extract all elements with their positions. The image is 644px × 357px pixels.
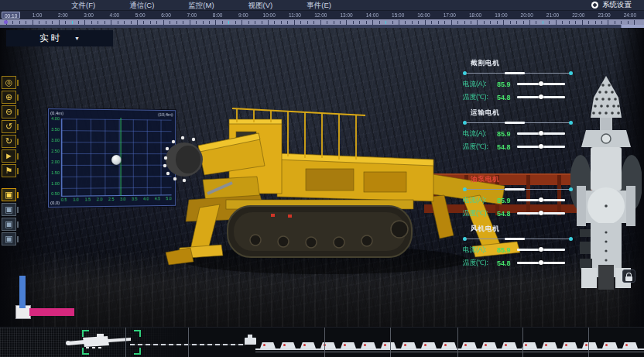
slider-handle-right[interactable] [569, 121, 573, 125]
temperature-label: 温度(℃): [463, 259, 497, 268]
conveyor-support-icon [260, 342, 276, 348]
motor-status-panels: 截割电机 电流(A): 85.9 温度(℃): 54.8 [463, 59, 573, 274]
view-toolbar: ◎⊕⊖↺↻►⚑ ▣▣▣▣ [2, 76, 22, 247]
status-dot [525, 344, 527, 346]
rotate-ccw-icon[interactable]: ↺ [2, 120, 16, 133]
motor-range-slider[interactable] [463, 236, 573, 242]
y-axis-bar [19, 276, 26, 308]
menu-bar: 文件(F)通信(C)监控(M)视图(V)事件(E) 系统设置 [0, 0, 644, 11]
motor-title: 油泵电机 [471, 175, 573, 184]
conveyor-support-icon [381, 342, 396, 348]
timeline-tick [621, 21, 622, 24]
flag-icon[interactable]: ⚑ [2, 164, 16, 177]
lock-view-button[interactable] [622, 269, 635, 283]
current-gauge[interactable] [517, 132, 565, 135]
menu-item[interactable]: 监控(M) [188, 0, 214, 10]
conveyor-support-icon [481, 342, 497, 348]
camera-view-tools: ▣▣▣▣ [2, 188, 22, 245]
timeline-tick [131, 21, 132, 24]
view-cube-front-icon[interactable]: ▣ [2, 188, 16, 201]
timeline-tick [536, 21, 536, 24]
conveyor-support-icon [542, 342, 557, 348]
menu-item[interactable]: 视图(V) [248, 0, 273, 10]
strip-divider [457, 328, 458, 357]
temperature-value: 54.8 [497, 259, 517, 267]
timeline-tick [228, 21, 229, 24]
zoom-out-icon[interactable]: ⊖ [2, 105, 16, 118]
zoom-in-icon[interactable]: ⊕ [2, 91, 16, 104]
selection-bracket [134, 348, 141, 355]
motor-panel: 风机电机 电流(A): 85.9 温度(℃): 54.8 [463, 225, 573, 269]
timeline-tick [471, 21, 471, 24]
timeline-tick [562, 21, 563, 24]
3d-viewport[interactable]: 实时 ▼ ◎⊕⊖↺↻►⚑ ▣▣▣▣ (0,4m) (10,4m) (0,0) 4… [0, 28, 644, 327]
temperature-gauge[interactable] [517, 262, 565, 264]
view-cube-side-icon[interactable]: ▣ [2, 203, 16, 216]
timeline-tick [399, 20, 399, 25]
temperature-value: 54.8 [497, 210, 517, 218]
timeline-tick [392, 21, 393, 24]
current-gauge[interactable] [517, 199, 565, 201]
slider-handle-right[interactable] [569, 71, 573, 75]
system-settings-button[interactable]: 系统设置 [591, 0, 632, 10]
realtime-label: 实时 [39, 33, 62, 44]
menu-item[interactable]: 通信(C) [129, 0, 154, 10]
motor-range-slider[interactable] [463, 187, 573, 192]
current-value: 85.9 [497, 246, 517, 254]
timeline-tick [484, 21, 485, 24]
axis-gizmo [12, 274, 77, 327]
pan-icon[interactable]: ► [2, 149, 16, 163]
motor-range-slider[interactable] [463, 70, 573, 76]
timeline-tick [444, 21, 445, 24]
timeline-tick [457, 21, 458, 24]
selection-bracket [82, 330, 89, 337]
motor-range-slider[interactable] [463, 120, 573, 125]
temperature-gauge[interactable] [517, 96, 565, 98]
timeline-tick [242, 20, 242, 25]
menu-item[interactable]: 文件(F) [71, 0, 95, 10]
slider-handle-right[interactable] [569, 187, 573, 191]
transfer-unit-icon[interactable] [245, 338, 256, 345]
timeline-hour-label: 13:00 [340, 12, 352, 18]
slider-handle-right[interactable] [569, 237, 573, 241]
temperature-gauge[interactable] [517, 146, 565, 148]
status-dot [404, 344, 406, 346]
conveyor-support-icon [401, 342, 416, 348]
current-label: 电流(A): [463, 245, 497, 255]
view-cube-top-icon[interactable]: ▣ [2, 218, 16, 231]
conveyor-support-icon [502, 342, 517, 348]
timeline-tick [556, 20, 557, 25]
timeline-position-marker[interactable] [4, 20, 8, 24]
realtime-mode-dropdown[interactable]: 实时 ▼ [6, 30, 113, 46]
timeline-tick [118, 21, 118, 24]
timeline-tick [359, 21, 360, 24]
timeline-hour-label: 19:00 [495, 12, 507, 18]
motor-title: 截割电机 [471, 59, 573, 68]
timeline-hour-label: 6:00 [161, 12, 171, 18]
temperature-gauge[interactable] [517, 212, 565, 215]
temperature-value: 54.8 [497, 94, 517, 101]
status-dot [585, 344, 587, 346]
timeline-progress-bar[interactable] [0, 25, 644, 28]
timeline-tick [334, 21, 334, 24]
timeline-tick [84, 20, 85, 25]
timeline: 00:10 1:002:003:004:005:006:007:008:009:… [0, 11, 644, 28]
roadheader-mini-icon[interactable] [66, 332, 132, 352]
timeline-ruler[interactable] [0, 19, 644, 25]
rotate-cw-icon[interactable]: ↻ [2, 135, 16, 148]
conveyor-support-icon [622, 342, 638, 348]
reset-view-icon[interactable]: ◎ [2, 76, 16, 89]
conveyor-support-icon [522, 342, 537, 348]
current-gauge[interactable] [517, 83, 565, 85]
timeline-tick [196, 21, 197, 24]
status-dot [605, 344, 608, 346]
conveyor-support-icon [361, 342, 376, 348]
timeline-tick [438, 21, 439, 24]
timeline-tick [274, 21, 275, 24]
view-cube-iso-icon[interactable]: ▣ [2, 232, 16, 245]
conveyor-support-icon [320, 342, 336, 348]
menu-item[interactable]: 事件(E) [307, 0, 331, 10]
machine-top-view-icon[interactable] [570, 74, 642, 290]
current-label: 电流(A): [463, 129, 497, 139]
current-gauge[interactable] [517, 249, 565, 251]
